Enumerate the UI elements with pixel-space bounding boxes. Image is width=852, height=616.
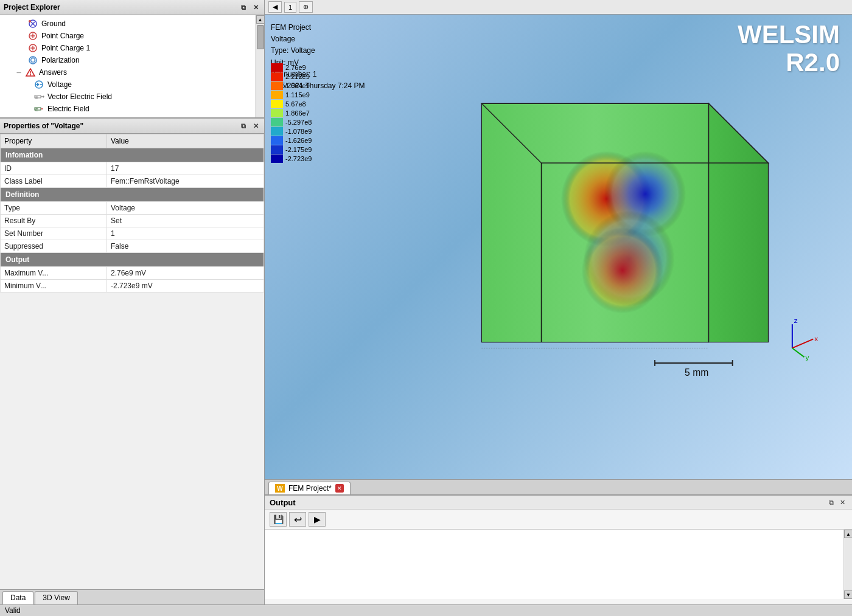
tab-number[interactable]: 1 xyxy=(284,2,296,13)
scroll-thumb[interactable] xyxy=(257,25,264,49)
legend-label-5: 1.866e7 xyxy=(285,109,310,117)
output-scroll-down[interactable]: ▼ xyxy=(844,590,852,599)
output-restore-icon[interactable]: ⧉ xyxy=(826,497,836,507)
output-scrollbar[interactable]: ▲ ▼ xyxy=(843,530,852,599)
svg-line-66 xyxy=(792,348,805,357)
point-charge-icon xyxy=(27,31,39,41)
answers-expand-icon[interactable]: ─ xyxy=(15,68,23,77)
tab-data[interactable]: Data xyxy=(2,591,33,604)
properties-close-icon[interactable]: ✕ xyxy=(251,121,260,131)
voltage-label: Voltage xyxy=(47,80,72,89)
tree-item-ground[interactable]: Ground xyxy=(0,18,256,30)
scroll-up-arrow[interactable]: ▲ xyxy=(256,15,265,24)
project-explorer-header: Project Explorer ⧉ ✕ xyxy=(0,0,264,15)
section-output-label: Output xyxy=(1,253,264,267)
tree-item-efield[interactable]: E Electric Field xyxy=(0,103,256,115)
right-face xyxy=(708,103,768,342)
section-information: Infomation xyxy=(1,148,264,162)
polarization-icon xyxy=(27,55,39,65)
efield-icon: E xyxy=(33,104,45,114)
legend-label-9: -2.175e9 xyxy=(285,146,312,153)
col-property: Property xyxy=(1,134,107,148)
legend-label-6: -5.297e8 xyxy=(285,119,312,126)
tab-3d-view[interactable]: 3D View xyxy=(35,591,77,604)
legend-item-3: 1.115e9 xyxy=(271,91,312,99)
ground-label: Ground xyxy=(41,19,66,28)
section-definition: Definition xyxy=(1,188,264,202)
svg-text:y: y xyxy=(805,353,809,361)
legend-label-3: 1.115e9 xyxy=(285,91,310,99)
properties-table-wrapper: Property Value Infomation ID 17 xyxy=(0,134,264,589)
polarization-label: Polarization xyxy=(41,56,80,64)
output-content: ▲ ▼ xyxy=(265,530,852,599)
prop-row-suppressed: Suppressed False xyxy=(1,240,264,253)
legend-label-8: -1.626e9 xyxy=(285,137,312,144)
prop-row-set-number: Set Number 1 xyxy=(1,227,264,240)
properties-table: Property Value Infomation ID 17 xyxy=(0,134,264,292)
prop-row-id: ID 17 xyxy=(1,162,264,175)
tree-item-voltage[interactable]: Voltage xyxy=(0,78,256,91)
output-toolbar: 💾 ↩ ▶ xyxy=(265,510,852,530)
section-information-label: Infomation xyxy=(1,148,264,162)
pin-btn[interactable]: ⊕ xyxy=(299,1,313,13)
section-definition-label: Definition xyxy=(1,188,264,202)
doc-tab-close[interactable]: ✕ xyxy=(335,484,344,493)
prop-max-v-value: 2.76e9 mV xyxy=(106,267,264,280)
restore-icon[interactable]: ⧉ xyxy=(239,2,248,12)
legend-color-6 xyxy=(271,118,283,126)
prop-row-class-label: Class Label Fem::FemRstVoltage xyxy=(1,175,264,188)
main-container: Project Explorer ⧉ ✕ xyxy=(0,0,852,604)
prop-result-by-key: Result By xyxy=(1,215,107,227)
color-legend: 2.76e9 2.212e9 1.664e9 1.115e9 5.67e8 xyxy=(271,63,312,164)
prop-min-v-value: -2.723e9 mV xyxy=(106,280,264,292)
prop-row-min-v: Minimum V... -2.723e9 mV xyxy=(1,280,264,292)
project-explorer-title: Project Explorer xyxy=(4,3,239,12)
legend-label-1: 2.212e9 xyxy=(285,73,310,80)
output-play-btn[interactable]: ▶ xyxy=(309,512,326,527)
output-panel: Output ⧉ ✕ 💾 ↩ ▶ ▲ ▼ xyxy=(265,495,852,604)
project-explorer-header-icons: ⧉ ✕ xyxy=(239,2,260,12)
output-save-btn[interactable]: 💾 xyxy=(270,512,287,527)
back-arrow-btn[interactable]: ◀ xyxy=(268,1,282,13)
bottom-tabs: Data 3D View xyxy=(0,589,264,604)
tree-item-point-charge-1[interactable]: Point Charge 1 xyxy=(0,42,256,54)
tree-item-vector-efield[interactable]: E Vector Electric Field xyxy=(0,91,256,103)
section-output: Output xyxy=(1,253,264,267)
output-title: Output xyxy=(270,498,296,507)
output-scroll-up[interactable]: ▲ xyxy=(844,530,852,538)
tab-w-icon: W xyxy=(275,484,285,493)
model-3d-svg: 5 mm z x y xyxy=(362,15,852,449)
prop-id-key: ID xyxy=(1,162,107,175)
close-icon[interactable]: ✕ xyxy=(251,2,260,12)
prop-row-max-v: Maximum V... 2.76e9 mV xyxy=(1,267,264,280)
col-value: Value xyxy=(106,134,264,148)
legend-item-5: 1.866e7 xyxy=(271,109,312,117)
output-close-icon[interactable]: ✕ xyxy=(837,497,847,507)
svg-text:E: E xyxy=(35,95,38,100)
svg-text:x: x xyxy=(814,334,818,342)
tree-item-polarization[interactable]: Polarization xyxy=(0,54,256,66)
legend-color-0 xyxy=(271,63,283,72)
svg-text:z: z xyxy=(794,316,798,324)
legend-color-5 xyxy=(271,109,283,117)
legend-color-9 xyxy=(271,145,283,154)
project-explorer-scrollbar[interactable]: ▲ xyxy=(256,15,264,117)
tree-area: Ground Point Charge xyxy=(0,15,256,117)
left-panel: Project Explorer ⧉ ✕ xyxy=(0,0,265,604)
scale-label: 5 mm xyxy=(685,367,708,378)
properties-restore-icon[interactable]: ⧉ xyxy=(239,121,248,131)
output-undo-btn[interactable]: ↩ xyxy=(289,512,306,527)
tree-item-answers[interactable]: ─ Answers xyxy=(0,66,256,78)
status-bar: Valid xyxy=(0,604,852,616)
prop-type-value: Voltage xyxy=(106,202,264,215)
prop-set-number-value: 1 xyxy=(106,227,264,240)
right-panel: ◀ 1 ⊕ WELSIM R2.0 FEM Project Voltage Ty… xyxy=(265,0,852,604)
answers-icon xyxy=(24,67,37,77)
doc-tab-fem-project[interactable]: W FEM Project* ✕ xyxy=(268,482,351,494)
hotspot2 xyxy=(481,103,708,342)
tree-item-point-charge[interactable]: Point Charge xyxy=(0,30,256,42)
svg-line-64 xyxy=(792,339,813,348)
prop-row-type: Type Voltage xyxy=(1,202,264,215)
svg-marker-19 xyxy=(43,95,44,98)
ground-icon xyxy=(27,19,39,29)
